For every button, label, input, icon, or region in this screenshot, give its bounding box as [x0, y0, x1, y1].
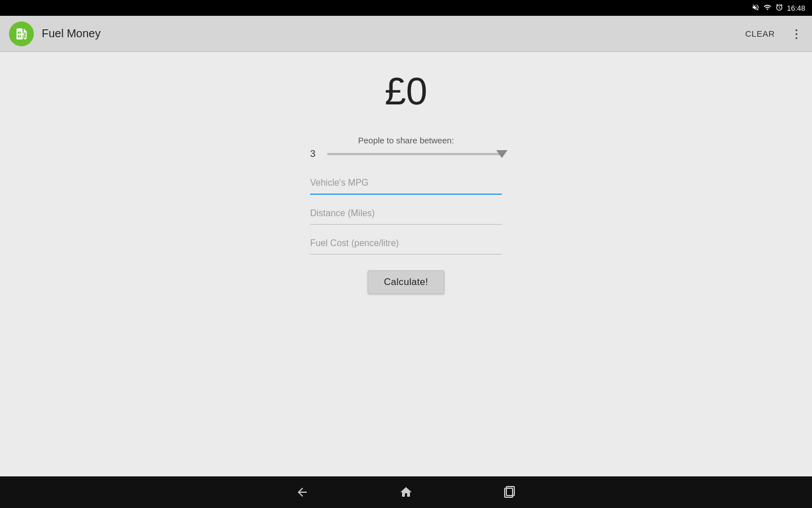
mpg-input[interactable] — [310, 172, 502, 195]
app-title: Fuel Money — [42, 27, 740, 40]
slider-value: 3 — [310, 148, 327, 160]
back-button[interactable] — [295, 485, 309, 499]
slider-track[interactable] — [327, 153, 502, 155]
fuel-cost-input[interactable] — [310, 233, 502, 255]
people-label: People to share between: — [358, 135, 454, 145]
slider-row: 3 — [310, 148, 502, 160]
more-options-icon[interactable]: ⋮ — [791, 27, 803, 41]
status-bar: 16:48 — [0, 0, 812, 16]
calculate-button[interactable]: Calculate! — [368, 270, 445, 294]
recents-button[interactable] — [503, 485, 517, 499]
result-display: £0 — [385, 69, 427, 113]
distance-input[interactable] — [310, 203, 502, 225]
clear-button[interactable]: CLEAR — [740, 27, 779, 41]
wifi-icon — [763, 3, 772, 13]
app-bar-actions: CLEAR ⋮ — [740, 27, 803, 41]
status-time: 16:48 — [787, 4, 805, 12]
mute-icon — [752, 3, 760, 13]
main-content: £0 People to share between: 3 Calculate! — [0, 52, 812, 476]
app-bar: Fuel Money CLEAR ⋮ — [0, 16, 812, 52]
status-icons: 16:48 — [752, 3, 805, 13]
form-container: People to share between: 3 Calculate! — [310, 135, 502, 294]
slider-thumb — [496, 150, 508, 158]
bottom-nav — [0, 476, 812, 508]
home-button[interactable] — [399, 485, 413, 499]
alarm-icon — [775, 3, 783, 13]
app-logo — [9, 21, 34, 46]
